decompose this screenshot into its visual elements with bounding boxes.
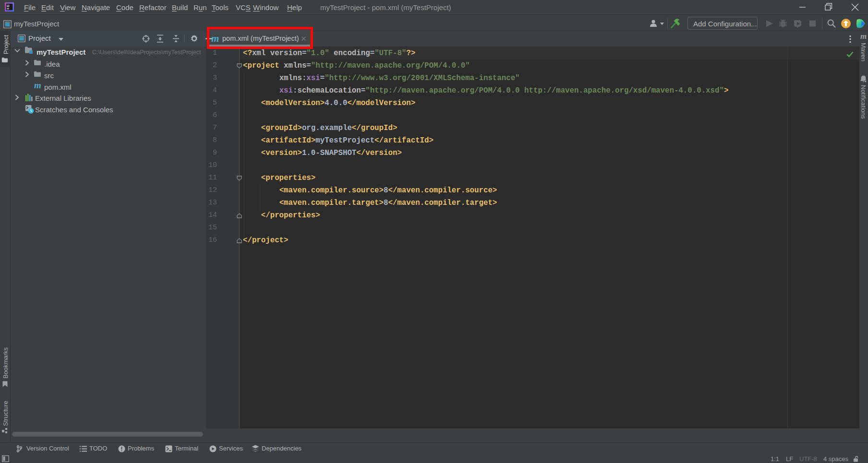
svg-text:IJ: IJ xyxy=(7,4,10,8)
